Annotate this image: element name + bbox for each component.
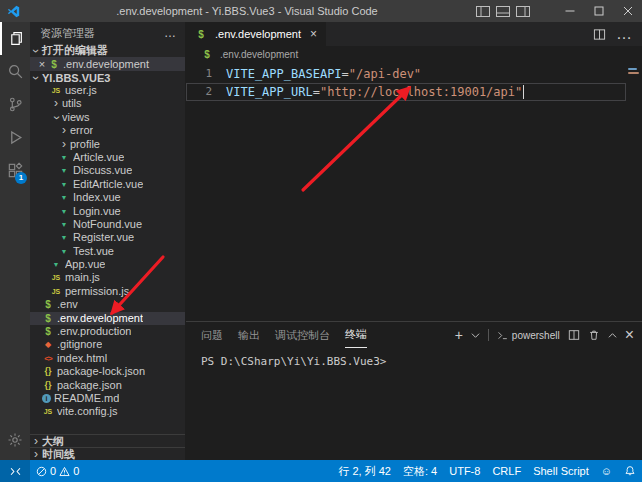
sidebar-title: 资源管理器 — [40, 26, 95, 41]
tree-item-Test.vue[interactable]: ▼Test.vue — [30, 245, 185, 258]
chevron-down-icon: › — [30, 72, 43, 84]
tree-item-label: Register.vue — [73, 231, 134, 244]
timeline-section-header[interactable]: › 时间线 — [30, 447, 185, 460]
tree-item-label: App.vue — [65, 258, 105, 271]
close-icon[interactable]: × — [36, 58, 48, 70]
run-debug-icon[interactable] — [0, 121, 30, 154]
maximize-button[interactable] — [584, 0, 613, 22]
panel-tab-问题[interactable]: 问题 — [201, 323, 223, 348]
chevron-right-icon: › — [30, 447, 42, 460]
terminal-prompt: PS D:\CSharp\Yi\Yi.BBS.Vue3> — [201, 355, 386, 368]
tree-item-main.js[interactable]: JSmain.js — [30, 271, 185, 284]
tree-item-Article.vue[interactable]: ▼Article.vue — [30, 151, 185, 164]
project-section-header[interactable]: › YI.BBS.VUE3 — [30, 71, 185, 84]
remote-indicator[interactable] — [0, 460, 30, 482]
tree-item-user.js[interactable]: JSuser.js — [30, 84, 185, 97]
sidebar-bottom-sections: › 大纲 › 时间线 — [30, 434, 185, 460]
open-editors-section-header[interactable]: › 打开的编辑器 — [30, 44, 185, 57]
chevron-down-icon[interactable] — [471, 332, 480, 339]
tab-env-development[interactable]: $ .env.development × — [186, 22, 326, 46]
settings-gear-icon[interactable] — [0, 423, 30, 456]
tree-item-error[interactable]: ›error — [30, 124, 185, 137]
code-line-2[interactable]: 2VITE_APP_URL="http://localhost:19001/ap… — [186, 83, 626, 101]
split-terminal-icon[interactable] — [568, 329, 580, 341]
kill-terminal-trash-icon[interactable] — [588, 329, 600, 341]
tree-item-Login.vue[interactable]: ▼Login.vue — [30, 205, 185, 218]
tree-item-vite.config.js[interactable]: JSvite.config.js — [30, 405, 185, 418]
minimap[interactable] — [628, 66, 640, 76]
tab-label: .env.development — [215, 28, 301, 40]
encoding[interactable]: UTF-8 — [443, 465, 486, 477]
explorer-icon[interactable] — [0, 22, 30, 55]
more-actions-icon[interactable]: … — [164, 26, 177, 40]
chevron-down-icon: › — [30, 45, 43, 57]
terminal-output[interactable]: PS D:\CSharp\Yi\Yi.BBS.Vue3> — [186, 348, 642, 460]
divider — [488, 329, 489, 341]
tree-item-README.md[interactable]: iREADME.md — [30, 392, 185, 405]
tree-item-label: Login.vue — [73, 205, 121, 218]
problems-status[interactable]: 0 0 — [30, 465, 85, 477]
tree-item-Index.vue[interactable]: ▼Index.vue — [30, 191, 185, 204]
language-mode[interactable]: Shell Script — [527, 465, 595, 477]
tree-item-label: views — [62, 111, 90, 124]
tree-item-.gitignore[interactable]: ◆.gitignore — [30, 338, 185, 351]
close-panel-icon[interactable]: × — [625, 326, 634, 344]
layout-panel-icon[interactable] — [493, 0, 513, 22]
tree-item-views[interactable]: ›views — [30, 111, 185, 124]
tree-item-package-lock.json[interactable]: {}package-lock.json — [30, 365, 185, 378]
terminal-profile-powershell[interactable]: powershell — [497, 330, 560, 341]
tree-item-.env[interactable]: $.env — [30, 298, 185, 311]
maximize-panel-chevron-up-icon[interactable] — [608, 332, 617, 339]
tree-item-label: profile — [70, 138, 100, 151]
sidebar-explorer: 资源管理器 … › 打开的编辑器 × $ .env.development › … — [30, 22, 186, 460]
cursor-position[interactable]: 行 2, 列 42 — [332, 464, 397, 479]
code-line-1[interactable]: 1VITE_APP_BASEAPI="/api-dev" — [186, 65, 626, 83]
vue-icon: ▼ — [58, 231, 70, 244]
tree-item-Discuss.vue[interactable]: ▼Discuss.vue — [30, 164, 185, 177]
tree-item-.env.production[interactable]: $.env.production — [30, 325, 185, 338]
minimap-line-mark — [628, 68, 637, 70]
tree-item-label: .gitignore — [57, 338, 102, 351]
layout-sidebar-icon[interactable] — [473, 0, 493, 22]
tree-item-profile[interactable]: ›profile — [30, 138, 185, 151]
js-icon: JS — [50, 285, 62, 298]
tree-item-.env.development[interactable]: $.env.development — [30, 312, 185, 325]
minimize-button[interactable] — [555, 0, 584, 22]
close-icon[interactable]: × — [310, 27, 317, 41]
breadcrumb[interactable]: $ .env.development — [186, 46, 642, 62]
close-button[interactable] — [613, 0, 642, 22]
tree-item-App.vue[interactable]: ▼App.vue — [30, 258, 185, 271]
split-editor-icon[interactable] — [593, 28, 606, 41]
extensions-icon[interactable]: 1 — [0, 154, 30, 187]
panel-tab-输出[interactable]: 输出 — [238, 323, 260, 348]
open-editor-item[interactable]: × $ .env.development — [30, 57, 185, 71]
feedback-smiley-icon[interactable]: ☺ — [595, 465, 618, 477]
tree-item-permission.js[interactable]: JSpermission.js — [30, 285, 185, 298]
chevron-right-icon: › — [30, 434, 42, 448]
vscode-window: .env.development - Yi.BBS.Vue3 - Visual … — [0, 0, 642, 482]
tree-item-EditArticle.vue[interactable]: ▼EditArticle.vue — [30, 178, 185, 191]
open-editor-label: .env.development — [63, 58, 149, 70]
chevron-right-icon: › — [50, 97, 62, 110]
shell-icon: $ — [201, 49, 213, 60]
tree-item-label: error — [70, 124, 93, 137]
layout-secondary-sidebar-icon[interactable] — [513, 0, 533, 22]
outline-section-header[interactable]: › 大纲 — [30, 434, 185, 447]
tree-item-NotFound.vue[interactable]: ▼NotFound.vue — [30, 218, 185, 231]
new-terminal-icon[interactable]: + — [455, 328, 463, 342]
tree-item-utils[interactable]: ›utils — [30, 97, 185, 110]
tree-item-index.html[interactable]: <>index.html — [30, 352, 185, 365]
eol-sequence[interactable]: CRLF — [486, 465, 527, 477]
code-editor[interactable]: 1VITE_APP_BASEAPI="/api-dev"2VITE_APP_UR… — [186, 62, 642, 321]
tree-item-Register.vue[interactable]: ▼Register.vue — [30, 231, 185, 244]
tree-item-package.json[interactable]: {}package.json — [30, 379, 185, 392]
panel-tab-调试控制台[interactable]: 调试控制台 — [275, 323, 330, 348]
editor-more-actions-icon[interactable]: … — [616, 25, 632, 43]
panel-tab-终端[interactable]: 终端 — [345, 322, 367, 348]
code-token: VITE_APP_URL — [226, 83, 313, 101]
indentation[interactable]: 空格: 4 — [397, 464, 443, 479]
tree-item-label: EditArticle.vue — [73, 178, 143, 191]
notifications-bell-icon[interactable] — [618, 465, 642, 477]
source-control-icon[interactable] — [0, 88, 30, 121]
search-icon[interactable] — [0, 55, 30, 88]
